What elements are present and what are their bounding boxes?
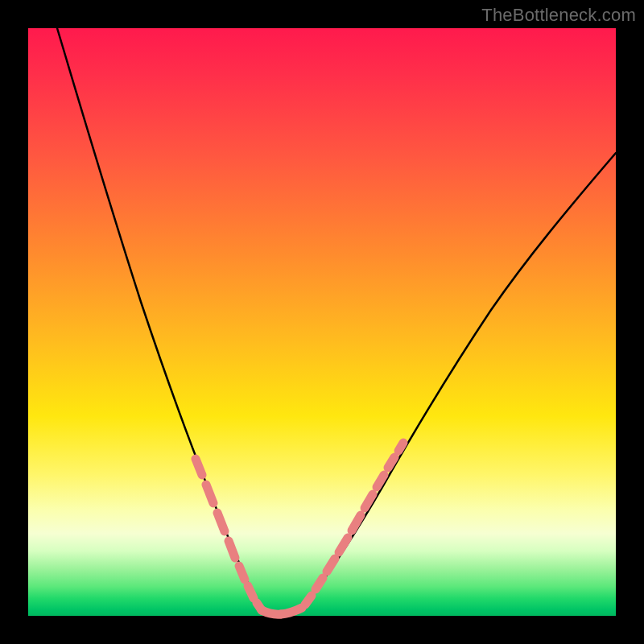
- svg-line-9: [327, 559, 335, 572]
- svg-line-14: [388, 457, 394, 468]
- svg-line-1: [206, 485, 213, 503]
- svg-line-4: [239, 566, 245, 580]
- svg-line-0: [196, 459, 202, 475]
- overlay-bottom-flat: [262, 608, 302, 614]
- bottleneck-curve: [57, 28, 616, 615]
- svg-line-13: [377, 475, 384, 487]
- watermark-text: TheBottleneck.com: [481, 5, 636, 26]
- svg-line-7: [305, 596, 312, 605]
- svg-line-8: [316, 578, 323, 589]
- svg-line-15: [398, 443, 403, 451]
- svg-line-3: [229, 541, 235, 558]
- svg-line-2: [217, 513, 225, 531]
- svg-line-10: [339, 538, 348, 552]
- overlay-right-branch: [305, 443, 403, 605]
- bottleneck-curve-svg: [28, 28, 616, 616]
- plot-area: [28, 28, 616, 616]
- chart-frame: TheBottleneck.com: [0, 0, 644, 644]
- svg-line-11: [352, 515, 361, 530]
- overlay-left-branch: [196, 459, 262, 610]
- svg-line-5: [248, 586, 254, 598]
